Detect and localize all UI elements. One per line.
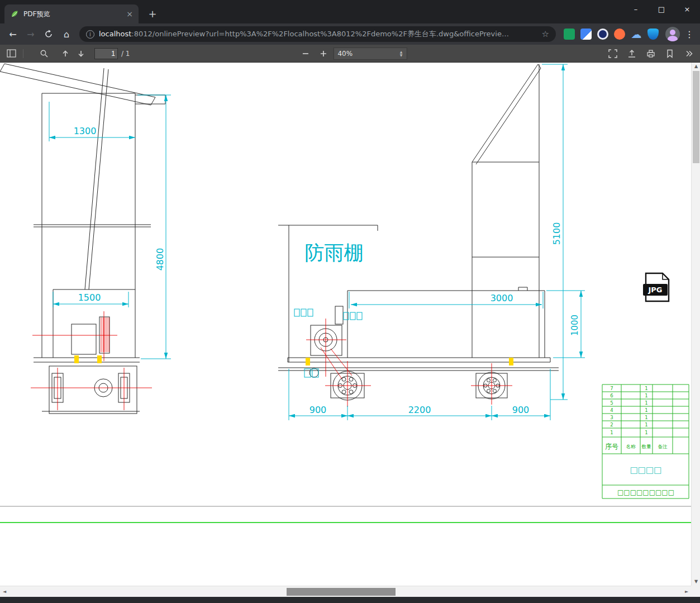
canopy-label: 防雨棚 <box>305 241 364 264</box>
page-down-button[interactable] <box>73 46 89 61</box>
zoom-in-button[interactable] <box>315 46 331 61</box>
pdf-toolbar-right <box>605 46 700 61</box>
zoom-controls: 40% ▲▼ <box>297 45 407 63</box>
find-button[interactable] <box>36 46 52 61</box>
row-qty: 1 <box>645 400 647 406</box>
window-bottom-edge <box>0 597 700 603</box>
bookmark-button[interactable] <box>662 46 678 61</box>
open-file-button[interactable] <box>624 46 640 61</box>
extension-icon-1[interactable] <box>564 29 575 40</box>
tab-strip: PDF预览 × + – □ × <box>0 0 700 23</box>
dim-4800: 4800 <box>155 248 165 271</box>
row-qty: 1 <box>645 386 647 391</box>
page-info-icon[interactable]: i <box>86 30 94 39</box>
navigation-bar: ← → ⌂ i localhost:8012/onlinePreview?url… <box>0 23 700 45</box>
black-linework <box>0 64 559 414</box>
avatar-body <box>668 36 678 41</box>
home-button[interactable]: ⌂ <box>58 26 75 42</box>
back-button[interactable]: ← <box>4 26 21 42</box>
bookmark-star-icon[interactable]: ☆ <box>542 29 549 39</box>
jpg-file-icon: JPG <box>643 273 669 301</box>
scrollbar-corner <box>691 586 700 597</box>
vertical-scrollbar-thumb[interactable] <box>693 71 699 163</box>
scroll-down-arrow[interactable]: ▼ <box>692 578 700 586</box>
page-up-button[interactable] <box>58 46 73 61</box>
header-xuhao: 序号 <box>605 443 618 450</box>
more-tools-chevron-icon[interactable] <box>681 46 697 61</box>
extension-icon-4[interactable] <box>614 29 625 40</box>
extensions-row: ☁ <box>564 29 659 40</box>
row-index: 6 <box>610 393 613 398</box>
red-centerlines <box>31 311 512 410</box>
dim-1000: 1000 <box>570 315 580 336</box>
extension-icon-cloud[interactable]: ☁ <box>631 29 642 40</box>
sheet-border-lines <box>0 506 691 523</box>
tab-title: PDF预览 <box>23 10 122 19</box>
extension-icon-3[interactable] <box>597 29 608 40</box>
scroll-up-arrow[interactable]: ▲ <box>692 63 700 70</box>
header-mingcheng: 名称 <box>626 444 636 449</box>
dim-2200: 2200 <box>408 405 431 415</box>
url-rest: :8012/onlinePreview?url=http%3A%2F%2Floc… <box>131 30 509 38</box>
horizontal-scrollbar[interactable]: ◄ ► <box>0 586 691 597</box>
title-block-text: 序号 名称 数量 备注 7 6 5 4 3 2 1 1 1 1 1 1 1 1 … <box>605 386 674 496</box>
row-qty: 1 <box>645 393 647 398</box>
dim-3000: 3000 <box>491 293 513 303</box>
url-text: localhost:8012/onlinePreview?url=http%3A… <box>99 29 537 39</box>
tab-pdf-preview[interactable]: PDF预览 × <box>4 4 139 23</box>
header-beizhu: 备注 <box>658 444 668 449</box>
dim-1500: 1500 <box>78 292 101 303</box>
title-block-middle-text: □□□□ <box>630 465 662 475</box>
yellow-markers <box>74 355 513 365</box>
row-index: 3 <box>610 415 613 420</box>
avatar-head <box>670 30 675 35</box>
cad-drawing: 1300 4800 1500 防雨棚 5100 3000 1000 900 22… <box>0 63 691 586</box>
browser-menu-icon[interactable]: ⋮ <box>683 29 696 40</box>
url-host: localhost <box>99 30 131 38</box>
page-number-input[interactable] <box>94 48 118 59</box>
print-button[interactable] <box>643 46 659 61</box>
extension-icon-2[interactable] <box>580 29 592 40</box>
window-controls: – □ × <box>623 0 700 18</box>
browser-window: PDF预览 × + – □ × ← → ⌂ i localhost:8012/o… <box>0 0 700 603</box>
reload-icon <box>44 30 53 39</box>
row-qty: 1 <box>645 415 647 420</box>
jpg-label: JPG <box>647 286 662 294</box>
header-shuliang: 数量 <box>642 444 652 449</box>
row-index: 5 <box>610 400 613 406</box>
address-bar[interactable]: i localhost:8012/onlinePreview?url=http%… <box>79 26 556 42</box>
row-index: 2 <box>610 422 613 428</box>
profile-avatar[interactable] <box>665 27 680 41</box>
forward-button[interactable]: → <box>22 26 39 42</box>
scroll-left-arrow[interactable]: ◄ <box>0 586 9 597</box>
dim-900-right: 900 <box>512 405 530 415</box>
dimension-labels: 1300 4800 1500 防雨棚 5100 3000 1000 900 22… <box>74 126 580 415</box>
reload-button[interactable] <box>40 26 57 42</box>
select-arrows-icon: ▲▼ <box>400 50 403 57</box>
zoom-select[interactable]: 40% ▲▼ <box>333 48 407 60</box>
scroll-right-arrow[interactable]: ► <box>682 586 691 597</box>
close-button[interactable]: × <box>674 0 700 18</box>
minimize-button[interactable]: – <box>623 0 649 18</box>
extension-icon-shield[interactable] <box>647 29 659 40</box>
title-block-bottom-text: □□□□□□□□□ <box>617 488 674 496</box>
zoom-value: 40% <box>337 50 399 58</box>
dim-5100: 5100 <box>551 222 562 245</box>
new-tab-button[interactable]: + <box>145 7 160 21</box>
dim-900-left: 900 <box>309 405 327 415</box>
horizontal-scrollbar-thumb[interactable] <box>287 588 396 596</box>
row-qty: 1 <box>645 422 647 428</box>
dim-1300: 1300 <box>74 126 97 136</box>
tab-close-icon[interactable]: × <box>126 10 133 18</box>
pdf-toolbar: / 1 40% ▲▼ <box>0 45 700 63</box>
vertical-scrollbar[interactable]: ▲ ▼ <box>691 63 700 586</box>
row-qty: 1 <box>645 407 647 413</box>
row-index: 4 <box>610 407 613 413</box>
maximize-button[interactable]: □ <box>649 0 674 18</box>
row-index: 1 <box>610 430 613 435</box>
row-qty: 1 <box>645 430 647 435</box>
pdf-page: 1300 4800 1500 防雨棚 5100 3000 1000 900 22… <box>0 63 691 586</box>
presentation-mode-button[interactable] <box>605 46 621 61</box>
zoom-out-button[interactable] <box>297 46 313 61</box>
sidebar-toggle-button[interactable] <box>3 46 19 61</box>
